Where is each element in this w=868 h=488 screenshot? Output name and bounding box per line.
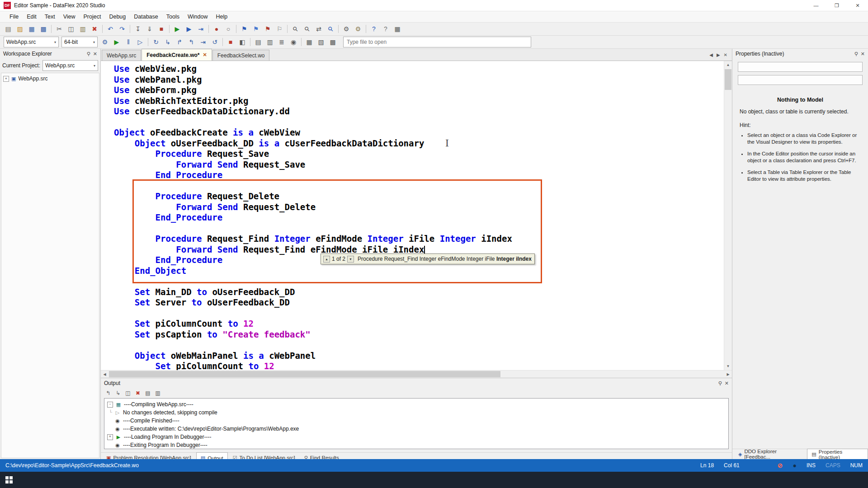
properties-class-combo[interactable] <box>738 75 863 85</box>
pin-icon[interactable]: ⚲ <box>854 51 858 57</box>
panel-tab-ddo-explorer-feedbac-[interactable]: ◈DDO Explorer [Feedbac... <box>734 449 806 459</box>
vertical-scrollbar[interactable]: ▲ ▼ <box>724 61 732 370</box>
code-line[interactable] <box>114 340 723 351</box>
help-icon[interactable]: ? <box>368 23 379 34</box>
code-line[interactable] <box>114 181 723 192</box>
code-line[interactable]: Use cUserFeedbackDataDictionary.dd <box>114 106 723 117</box>
compile-project-icon[interactable]: ⚙ <box>99 37 110 47</box>
clear-bookmarks-icon[interactable]: ⚐ <box>274 23 285 34</box>
code-line[interactable]: Procedure Request_Find Integer eFindMode… <box>114 234 723 244</box>
cut-icon[interactable]: ✂ <box>54 23 65 34</box>
copy-icon[interactable]: ◫ <box>66 23 76 34</box>
run-to-line-icon[interactable]: ⇥ <box>198 37 208 47</box>
code-editor[interactable]: Use cWebView.pkgUse cWebPanel.pkgUse cWe… <box>101 61 732 370</box>
code-line[interactable]: Set piColumnCount to 12 <box>114 319 723 329</box>
breakpoints-window-icon[interactable]: ◉ <box>288 37 299 47</box>
output-log[interactable]: -▦----Compiling WebApp.src----└▷No chang… <box>104 398 729 449</box>
code-line[interactable]: Use cWebPanel.pkg <box>114 75 723 85</box>
close-panel-icon[interactable]: ✕ <box>725 380 729 386</box>
windows-start-icon[interactable] <box>5 476 13 484</box>
new-file-icon[interactable]: ▤ <box>3 23 14 34</box>
code-line[interactable]: Object oUserFeedback_DD is a cUserFeedba… <box>114 138 723 149</box>
tab-close-icon[interactable]: ✕ <box>203 52 207 58</box>
output-line[interactable]: ◉----Compile Finished---- <box>107 417 726 425</box>
menu-debug[interactable]: Debug <box>105 12 130 21</box>
save-file-icon[interactable]: ▦ <box>26 23 37 34</box>
close-button[interactable]: ✕ <box>847 0 868 11</box>
step-out-icon[interactable]: ↰ <box>186 37 197 47</box>
delete-icon[interactable]: ✖ <box>89 23 100 34</box>
code-line[interactable] <box>114 308 723 319</box>
menu-file[interactable]: File <box>5 12 23 21</box>
code-line[interactable]: Set psCaption to "Create feedback" <box>114 329 723 340</box>
code-line[interactable]: Forward Send Request_Save <box>114 160 723 170</box>
menu-tools[interactable]: Tools <box>162 12 184 21</box>
code-line[interactable]: Use cWebForm.pkg <box>114 85 723 96</box>
output-line[interactable]: ◉----Exiting Program In Debugger---- <box>107 441 726 449</box>
editor-tab-webapp-src[interactable]: WebApp.src <box>102 50 141 61</box>
code-line[interactable] <box>114 223 723 234</box>
code-line[interactable]: Set piColumnCount to 12 <box>114 361 723 370</box>
pin-icon[interactable]: ⚲ <box>718 380 722 386</box>
output-line[interactable]: +▶----Loading Program In Debugger---- <box>107 433 726 441</box>
code-line[interactable]: Procedure Request_Save <box>114 149 723 160</box>
run-to-cursor-icon[interactable]: ⇥ <box>195 23 206 34</box>
continue-debugging-icon[interactable]: ▷ <box>135 37 146 47</box>
target-arch-combo[interactable]: 64-bit ▾ <box>61 37 98 47</box>
hint-next-icon[interactable]: ▼ <box>347 256 354 263</box>
project-combo[interactable]: WebApp.src ▾ <box>4 37 59 47</box>
code-line[interactable] <box>114 117 723 128</box>
toggle-breakpoint-icon[interactable]: ● <box>211 23 222 34</box>
output-line[interactable]: ◉----Executable written: C:\dev\repo\Edi… <box>107 425 726 433</box>
prev-bookmark-icon[interactable]: ⚑ <box>239 23 250 34</box>
step-into-icon[interactable]: ↳ <box>162 37 173 47</box>
output-line[interactable]: └▷No changes detected, skipping compile <box>107 408 726 417</box>
tab-scroll-left-icon[interactable]: ◀ <box>709 52 713 57</box>
step-over-icon[interactable]: ↱ <box>174 37 185 47</box>
output-next-icon[interactable]: ↳ <box>113 389 123 398</box>
scroll-down-icon[interactable]: ▼ <box>724 362 732 370</box>
menu-edit[interactable]: Edit <box>23 12 41 21</box>
tree-item-webapp-src[interactable]: +▣WebApp.src <box>3 75 97 82</box>
pin-icon[interactable]: ⚲ <box>87 51 90 57</box>
code-line[interactable]: Object oFeedbackCreate is a cWebView <box>114 127 723 138</box>
studio-options-icon[interactable]: ⚙ <box>353 23 363 34</box>
abort-compile-icon[interactable]: ■ <box>156 23 167 34</box>
tree-expander-icon[interactable]: - <box>107 402 113 408</box>
code-line[interactable]: Set Server to oUserFeedback_DD <box>114 297 723 308</box>
code-area[interactable]: Use cWebView.pkgUse cWebPanel.pkgUse cWe… <box>114 64 723 370</box>
open-file-icon[interactable]: ▨ <box>14 23 25 34</box>
toggle-bookmark-icon[interactable]: ⚑ <box>262 23 273 34</box>
tree-expander-icon[interactable]: + <box>3 76 9 82</box>
context-help-icon[interactable]: ? <box>380 23 391 34</box>
stop-debugging-icon[interactable]: ■ <box>225 37 236 47</box>
horizontal-scrollbar[interactable]: ◀ ▶ <box>101 370 732 378</box>
find-icon[interactable]: ⚲ <box>290 23 301 34</box>
watches-window-icon[interactable]: ▥ <box>264 37 275 47</box>
compile-icon[interactable]: ↧ <box>132 23 143 34</box>
open-file-search-input[interactable] <box>343 37 531 47</box>
find-in-files-icon[interactable]: ⚲ <box>325 23 336 34</box>
code-line[interactable]: End_Procedure <box>114 170 723 181</box>
show-next-statement-icon[interactable]: ↺ <box>209 37 220 47</box>
restart-icon[interactable]: ↻ <box>151 37 161 47</box>
menu-window[interactable]: Window <box>184 12 212 21</box>
tab-scroll-right-icon[interactable]: ▶ <box>717 52 720 57</box>
table-explorer-icon[interactable]: ▦ <box>304 37 315 47</box>
run-icon[interactable]: ▶ <box>172 23 183 34</box>
paste-icon[interactable]: ▥ <box>77 23 88 34</box>
next-bookmark-icon[interactable]: ⚑ <box>250 23 261 34</box>
output-copy-icon[interactable]: ◫ <box>123 389 132 398</box>
editor-tab-feedbackselect-wo[interactable]: FeedbackSelect.wo <box>212 50 270 61</box>
debug-icon[interactable]: ▶ <box>184 23 194 34</box>
menu-project[interactable]: Project <box>80 12 105 21</box>
replace-icon[interactable]: ⇄ <box>313 23 324 34</box>
run-project-icon[interactable]: ▶ <box>111 37 122 47</box>
output-copy-all-icon[interactable]: ▤ <box>143 389 152 398</box>
editor-tab-feedbackcreate-wo-[interactable]: FeedbackCreate.wo*✕ <box>142 49 212 61</box>
hint-prev-icon[interactable]: ▲ <box>323 256 330 263</box>
scroll-up-icon[interactable]: ▲ <box>724 61 732 69</box>
code-line[interactable] <box>114 276 723 287</box>
output-save-icon[interactable]: ▥ <box>153 389 162 398</box>
save-all-icon[interactable]: ▩ <box>38 23 49 34</box>
